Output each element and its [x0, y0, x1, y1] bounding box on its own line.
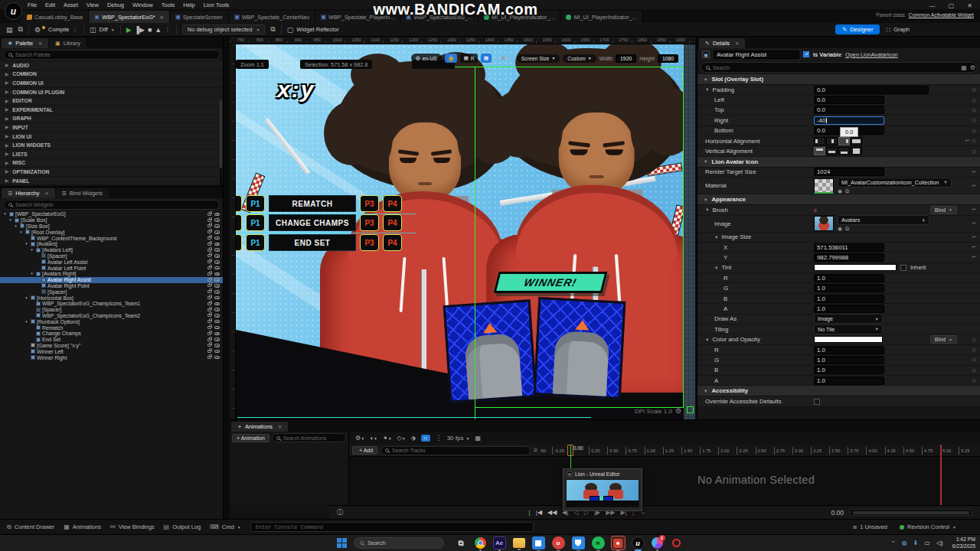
padding-right-input[interactable]: -40	[814, 116, 884, 125]
output-log-button[interactable]: ▤Output Log	[164, 523, 201, 530]
play-button[interactable]: ▶	[126, 26, 132, 34]
diamond-reset-icon[interactable]: ◇	[972, 337, 976, 343]
add-track-button[interactable]: + Add	[352, 446, 377, 455]
minimize-button[interactable]: —	[929, 2, 936, 9]
palette-category-lists[interactable]: ▶LISTS	[0, 150, 223, 159]
hierarchy-item-avatars-left[interactable]: ▼[Avatars Left]	[0, 247, 223, 253]
lock-icon[interactable]	[207, 314, 211, 317]
menu-item-window[interactable]: Window	[132, 2, 153, 8]
settings-gear-icon[interactable]: ⚙	[970, 64, 975, 71]
visibility-eye-icon[interactable]	[214, 213, 220, 217]
tab-library[interactable]: ▣Library	[49, 38, 87, 48]
curve-editor-icon[interactable]: ▦	[475, 435, 481, 442]
track-search-input[interactable]: Search Tracks	[381, 446, 531, 455]
localization-dropdown[interactable]: ◍en-US	[411, 54, 442, 63]
set-start-bracket-icon[interactable]: [	[529, 509, 531, 516]
ruler-toggle-button[interactable]: ▦R	[460, 54, 477, 63]
content-drawer-button[interactable]: ⧉Content Drawer	[7, 523, 54, 531]
taskbar-app-after-effects[interactable]: Ae	[493, 536, 506, 549]
menu-item-view[interactable]: View	[87, 2, 99, 8]
color-b-input[interactable]: 1.0	[814, 366, 884, 374]
timeline-ruler[interactable]: -0.50-0.250.250.500.751.001.251.501.752.…	[541, 445, 980, 457]
tab-animations[interactable]: ✦Animations✕	[231, 422, 288, 432]
halign-center-button[interactable]	[826, 137, 838, 145]
reset-to-default-icon[interactable]: ↩	[972, 234, 976, 240]
hierarchy-item-avatars[interactable]: ▼[Avatars]	[0, 241, 223, 247]
diamond-reset-icon[interactable]: ◇	[972, 148, 976, 155]
diamond-reset-icon[interactable]: ◇	[972, 377, 976, 383]
tab-palette[interactable]: ❖Palette✕	[2, 38, 48, 48]
key-all-icon[interactable]: ⬗	[411, 435, 416, 442]
hierarchy-item-spacer[interactable]: [Spacer]	[0, 253, 223, 259]
close-icon[interactable]: ✕	[735, 41, 739, 46]
palette-search-input[interactable]: Search Palette	[3, 50, 220, 60]
button-rematch[interactable]: REMATCH	[269, 195, 356, 212]
palette-category-editor[interactable]: ▶EDITOR	[0, 96, 223, 106]
palette-category-graph[interactable]: ▶GRAPH	[0, 115, 223, 124]
lock-icon[interactable]	[207, 254, 211, 257]
stop-button[interactable]: ■	[148, 26, 152, 34]
expander-icon[interactable]: ▼	[714, 235, 718, 240]
tab-wbp-spectatoreog[interactable]: WBP_SpectatorEoG*✕	[89, 11, 169, 23]
visibility-eye-icon[interactable]	[214, 236, 220, 240]
hierarchy-item-root-overlay[interactable]: ▼[Root Overlay]	[0, 229, 223, 235]
diamond-reset-icon[interactable]: ◇	[972, 347, 976, 353]
visibility-eye-icon[interactable]	[214, 302, 220, 306]
taskbar-app-task-view[interactable]: ⧉	[455, 536, 468, 549]
image-asset-dropdown[interactable]: Avatars▼	[838, 215, 929, 225]
console-command-input[interactable]: Enter Console Command	[250, 522, 534, 532]
taskbar-clock[interactable]: 1:42 PM6/23/2025	[952, 536, 975, 549]
player-chip-p4[interactable]: P4	[383, 234, 402, 251]
unreal-logo-icon[interactable]: u	[5, 2, 22, 20]
valign-bottom-button[interactable]	[838, 147, 850, 155]
parent-class-value[interactable]: Common Activatable Widget	[909, 12, 974, 18]
info-icon[interactable]: ⓘ	[337, 508, 343, 517]
taskbar-app-record-button[interactable]	[670, 536, 683, 549]
visibility-eye-icon[interactable]	[214, 314, 220, 318]
image-size-y-input[interactable]: 982.799988	[814, 253, 884, 262]
tint-g-input[interactable]: 1.0	[814, 284, 884, 292]
material-dropdown[interactable]: MI_AvatarCustomizationIcon_Collection▼	[838, 178, 952, 187]
padding-left-input[interactable]: 0.0	[814, 96, 884, 104]
save-icon[interactable]: ▤	[6, 26, 13, 34]
designer-mode-button[interactable]: ✎Designer	[835, 24, 880, 34]
previous-key-button[interactable]: ◀◀	[547, 509, 557, 516]
padding-input[interactable]: 0.0	[814, 86, 929, 94]
palette-category-lion-widgets[interactable]: ▶LION WIDGETS	[0, 141, 223, 150]
playback-end-marker[interactable]	[940, 445, 942, 505]
hierarchy-item-spacer[interactable]: [Spacer]	[0, 289, 223, 295]
animation-search-input[interactable]: Search Animations	[272, 433, 346, 442]
lock-icon[interactable]	[207, 296, 211, 299]
tab-details[interactable]: ✎Details✕	[699, 38, 745, 48]
lock-viewport-button[interactable]: 🔒	[445, 54, 458, 63]
visibility-eye-icon[interactable]	[214, 344, 220, 347]
close-tab-icon[interactable]: ✕	[160, 15, 164, 20]
diamond-reset-icon[interactable]: ◇	[972, 97, 976, 103]
height-input[interactable]: 1080	[658, 54, 678, 63]
close-icon[interactable]: ✕	[45, 191, 49, 196]
palette-category-common[interactable]: ▶COMMON	[0, 70, 223, 80]
expander-icon[interactable]: ▼	[714, 266, 718, 270]
hierarchy-item-scale-box[interactable]: ▼[Scale Box]	[0, 217, 223, 223]
palette-category-optimization[interactable]: ▶OPTIMIZATION	[0, 168, 223, 177]
render-target-size-input[interactable]: 1024	[814, 168, 884, 176]
hierarchy-item-end-set[interactable]: End Set	[0, 337, 223, 343]
menu-item-debug[interactable]: Debug	[107, 2, 124, 8]
fps-dropdown[interactable]: 30 fps▼	[447, 435, 470, 442]
menu-item-help[interactable]: Help	[183, 2, 194, 8]
taskbar-app-red-circle-app[interactable]: u	[552, 536, 565, 549]
diamond-reset-icon[interactable]: ◇	[972, 128, 976, 134]
brush-bind-dropdown[interactable]: Bind▼	[930, 206, 957, 214]
tint-b-input[interactable]: 1.0	[814, 295, 884, 303]
auto-key-icon[interactable]: ◇▼	[397, 435, 406, 442]
expander-icon[interactable]: ▼	[2, 212, 8, 216]
width-input[interactable]: 1920	[616, 54, 636, 63]
preview-background-icon[interactable]: ▣	[501, 55, 505, 61]
resize-handle[interactable]	[687, 406, 694, 413]
hierarchy-item-winner-left[interactable]: Winner Left	[0, 348, 223, 354]
use-selected-asset-icon[interactable]: ◉	[838, 188, 842, 194]
widget-reflector-button[interactable]: ▢Widget Reflector	[287, 26, 339, 34]
halign-right-button[interactable]	[838, 137, 850, 145]
download-icon[interactable]: ⬇	[913, 540, 919, 546]
palette-category-misc[interactable]: ▶MISC	[0, 159, 223, 168]
